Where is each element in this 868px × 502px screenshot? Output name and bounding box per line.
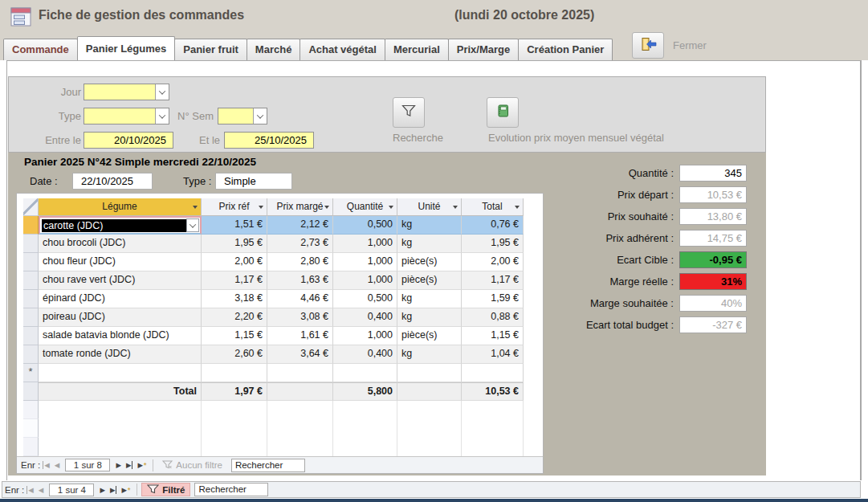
new-record-button[interactable]: ▶* [121, 486, 130, 494]
cell-prix-ref[interactable]: 1,17 € [202, 271, 267, 290]
sem-combo[interactable] [218, 108, 267, 124]
subform-search-input[interactable]: Rechercher [231, 459, 305, 472]
cell-total[interactable]: 2,00 € [462, 253, 524, 271]
record-position[interactable]: 1 sur 8 [65, 459, 110, 471]
column-header-quantite[interactable]: Quantité [333, 198, 397, 216]
type-combo[interactable] [84, 108, 169, 124]
record-position[interactable]: 1 sur 4 [49, 484, 94, 496]
cell-quantite[interactable]: 0,500 [333, 290, 397, 308]
no-filter-toggle[interactable]: Aucun filtre [157, 459, 227, 472]
cell-prix-marge[interactable]: 3,64 € [267, 345, 333, 364]
tab-mercurial[interactable]: Mercurial [385, 39, 449, 60]
next-record-button[interactable]: ▶ [100, 486, 105, 494]
cell-total[interactable] [462, 364, 524, 382]
cell-prix-ref[interactable]: 3,18 € [202, 290, 267, 308]
cell-prix-ref[interactable]: 1,51 € [202, 216, 267, 235]
cell-prix-ref[interactable]: 2,00 € [202, 253, 267, 271]
column-dropdown-icon[interactable] [453, 206, 458, 209]
cell-prix-ref[interactable]: 1,95 € [202, 235, 267, 253]
et-le-field[interactable]: 25/10/2025 [224, 132, 314, 149]
cell-unite[interactable] [397, 364, 462, 382]
first-record-button[interactable]: ◀ [43, 461, 50, 469]
main-search-input[interactable]: Rechercher [194, 483, 268, 496]
first-record-button[interactable]: ◀ [26, 486, 34, 494]
cell-prix-marge[interactable]: 2,80 € [267, 253, 333, 271]
column-dropdown-icon[interactable] [193, 206, 198, 209]
record-selector[interactable] [23, 253, 39, 271]
column-header-prix-ref[interactable]: Prix réf [202, 198, 267, 216]
chevron-down-icon[interactable] [186, 218, 199, 232]
tab-panier-fruit[interactable]: Panier fruit [174, 39, 247, 60]
tab-marche[interactable]: Marché [247, 39, 301, 60]
column-dropdown-icon[interactable] [259, 206, 263, 209]
cell-unite[interactable]: pièce(s) [397, 253, 462, 271]
cell-total[interactable]: 0,76 € [462, 216, 524, 235]
cell-prix-ref[interactable]: 2,60 € [202, 345, 267, 364]
record-selector[interactable] [23, 235, 39, 253]
cell-legume[interactable] [39, 364, 202, 382]
cell-prix-ref[interactable] [202, 364, 267, 382]
column-dropdown-icon[interactable] [324, 206, 329, 209]
previous-record-button[interactable]: ◀ [55, 461, 60, 469]
tab-commande[interactable]: Commande [3, 39, 78, 60]
tab-creation-panier[interactable]: Création Panier [518, 39, 613, 60]
tab-prix-marge[interactable]: Prix/Marge [448, 39, 519, 60]
tab-achat-vegetal[interactable]: Achat végétal [300, 39, 385, 60]
select-all-cell[interactable] [23, 198, 39, 216]
cell-prix-marge[interactable]: 4,46 € [267, 290, 333, 308]
date-field[interactable]: 22/10/2025 [72, 173, 153, 190]
column-header-total[interactable]: Total [462, 198, 524, 216]
stat-value[interactable]: 345 [679, 165, 747, 182]
chevron-down-icon[interactable] [253, 108, 267, 124]
jour-combo[interactable] [84, 84, 169, 100]
close-button[interactable] [632, 32, 664, 59]
cell-unite[interactable]: kg [397, 235, 462, 253]
cell-unite[interactable]: kg [397, 308, 462, 327]
cell-unite[interactable]: pièce(s) [397, 327, 462, 345]
record-selector[interactable] [23, 345, 39, 364]
record-selector[interactable] [23, 327, 39, 345]
cell-legume[interactable]: chou rave vert (JDC) [39, 271, 202, 290]
cell-quantite[interactable]: 1,000 [333, 327, 397, 345]
cell-quantite[interactable]: 0,500 [333, 216, 397, 235]
cell-quantite[interactable]: 1,000 [333, 253, 397, 271]
cell-legume[interactable]: épinard (JDC) [39, 290, 202, 308]
cell-total[interactable]: 1,04 € [462, 345, 524, 364]
column-header-unite[interactable]: Unité [397, 198, 462, 216]
filtered-toggle[interactable]: Filtré [141, 483, 190, 496]
cell-unite[interactable]: kg [397, 345, 462, 364]
cell-prix-marge[interactable]: 1,61 € [267, 327, 333, 345]
column-dropdown-icon[interactable] [515, 206, 520, 209]
cell-prix-marge[interactable] [267, 364, 333, 382]
new-record-selector[interactable]: * [23, 364, 39, 382]
new-record-button[interactable]: ▶* [137, 461, 146, 469]
cell-legume[interactable]: chou fleur (JDC) [39, 253, 202, 271]
cell-quantite[interactable]: 0,400 [333, 308, 397, 327]
cell-prix-ref[interactable]: 2,20 € [202, 308, 267, 327]
previous-record-button[interactable]: ◀ [39, 486, 44, 494]
column-header-legume[interactable]: Légume [39, 198, 202, 216]
next-record-button[interactable]: ▶ [116, 461, 121, 469]
cell-quantite[interactable]: 1,000 [333, 271, 397, 290]
cell-quantite[interactable]: 1,000 [333, 235, 397, 253]
cell-quantite[interactable] [333, 364, 397, 382]
column-header-prix-marge[interactable]: Prix margé [267, 198, 333, 216]
cell-prix-marge[interactable]: 3,08 € [267, 308, 333, 327]
evolution-button[interactable] [487, 97, 519, 128]
cell-prix-marge[interactable]: 2,73 € [267, 235, 333, 253]
last-record-button[interactable]: ▶ [110, 486, 117, 494]
legume-combo-value[interactable]: carotte (JDC) [42, 219, 186, 232]
legume-combo-cell[interactable]: carotte (JDC) [39, 216, 202, 235]
record-selector[interactable] [23, 216, 39, 235]
cell-legume[interactable]: poireau (JDC) [39, 308, 202, 327]
record-selector[interactable] [23, 290, 39, 308]
record-selector[interactable] [23, 308, 39, 327]
cell-prix-marge[interactable]: 2,12 € [267, 216, 333, 235]
column-dropdown-icon[interactable] [389, 206, 393, 209]
cell-total[interactable]: 1,15 € [462, 327, 524, 345]
cell-unite[interactable]: pièce(s) [397, 271, 462, 290]
record-selector[interactable] [23, 271, 39, 290]
cell-total[interactable]: 0,88 € [462, 308, 524, 327]
cell-legume[interactable]: tomate ronde (JDC) [39, 345, 202, 364]
cell-total[interactable]: 1,17 € [462, 271, 524, 290]
